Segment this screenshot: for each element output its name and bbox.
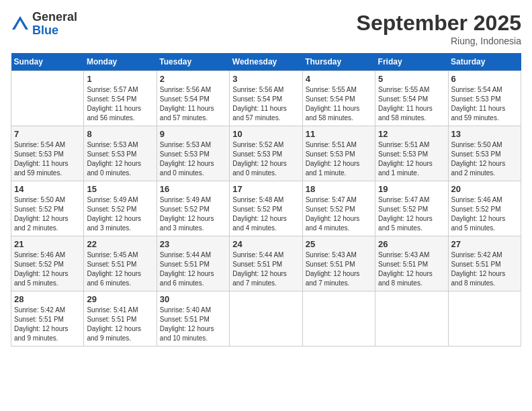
calendar-cell: 20Sunrise: 5:46 AMSunset: 5:52 PMDayligh… xyxy=(448,181,521,236)
calendar-cell: 2Sunrise: 5:56 AMSunset: 5:54 PMDaylight… xyxy=(157,71,229,126)
day-info: Sunrise: 5:46 AMSunset: 5:52 PMDaylight:… xyxy=(14,250,81,288)
day-info: Sunrise: 5:43 AMSunset: 5:51 PMDaylight:… xyxy=(378,250,445,288)
calendar-cell: 17Sunrise: 5:48 AMSunset: 5:52 PMDayligh… xyxy=(230,181,302,236)
day-info: Sunrise: 5:42 AMSunset: 5:51 PMDaylight:… xyxy=(451,250,518,288)
calendar-cell: 25Sunrise: 5:43 AMSunset: 5:51 PMDayligh… xyxy=(302,236,375,291)
day-info: Sunrise: 5:43 AMSunset: 5:51 PMDaylight:… xyxy=(306,250,372,288)
day-info: Sunrise: 5:50 AMSunset: 5:52 PMDaylight:… xyxy=(14,195,81,233)
calendar-cell: 13Sunrise: 5:50 AMSunset: 5:53 PMDayligh… xyxy=(448,126,521,181)
calendar-cell: 23Sunrise: 5:44 AMSunset: 5:51 PMDayligh… xyxy=(157,236,229,291)
calendar-cell: 27Sunrise: 5:42 AMSunset: 5:51 PMDayligh… xyxy=(448,236,521,291)
day-number: 21 xyxy=(14,239,81,249)
calendar-cell: 10Sunrise: 5:52 AMSunset: 5:53 PMDayligh… xyxy=(230,126,302,181)
calendar-cell: 30Sunrise: 5:40 AMSunset: 5:51 PMDayligh… xyxy=(157,291,229,347)
day-info: Sunrise: 5:54 AMSunset: 5:53 PMDaylight:… xyxy=(14,140,81,178)
day-info: Sunrise: 5:40 AMSunset: 5:51 PMDaylight:… xyxy=(160,306,226,343)
day-number: 1 xyxy=(87,74,153,84)
calendar-cell: 3Sunrise: 5:56 AMSunset: 5:54 PMDaylight… xyxy=(230,71,302,126)
day-number: 13 xyxy=(451,129,518,139)
day-number: 3 xyxy=(232,74,299,84)
day-number: 10 xyxy=(232,129,299,139)
day-info: Sunrise: 5:55 AMSunset: 5:54 PMDaylight:… xyxy=(378,85,445,123)
logo-blue: Blue xyxy=(32,24,77,38)
day-number: 11 xyxy=(306,129,372,139)
day-info: Sunrise: 5:46 AMSunset: 5:52 PMDaylight:… xyxy=(451,195,518,233)
calendar-cell xyxy=(11,71,84,126)
day-info: Sunrise: 5:49 AMSunset: 5:52 PMDaylight:… xyxy=(87,195,153,233)
page-header: General Blue September 2025 Riung, Indon… xyxy=(11,11,521,46)
day-info: Sunrise: 5:49 AMSunset: 5:52 PMDaylight:… xyxy=(160,195,226,233)
title-area: September 2025 Riung, Indonesia xyxy=(357,11,521,46)
day-number: 30 xyxy=(160,294,226,304)
calendar-cell: 7Sunrise: 5:54 AMSunset: 5:53 PMDaylight… xyxy=(11,126,84,181)
calendar-body: 1Sunrise: 5:57 AMSunset: 5:54 PMDaylight… xyxy=(11,71,521,347)
day-info: Sunrise: 5:56 AMSunset: 5:54 PMDaylight:… xyxy=(232,85,299,123)
month-title: September 2025 xyxy=(357,11,521,36)
calendar-cell xyxy=(375,291,448,347)
calendar-cell: 21Sunrise: 5:46 AMSunset: 5:52 PMDayligh… xyxy=(11,236,84,291)
week-row-1: 1Sunrise: 5:57 AMSunset: 5:54 PMDaylight… xyxy=(11,71,521,126)
day-info: Sunrise: 5:53 AMSunset: 5:53 PMDaylight:… xyxy=(87,140,153,178)
day-number: 6 xyxy=(451,74,518,84)
calendar-cell: 14Sunrise: 5:50 AMSunset: 5:52 PMDayligh… xyxy=(11,181,84,236)
week-row-4: 21Sunrise: 5:46 AMSunset: 5:52 PMDayligh… xyxy=(11,236,521,291)
calendar-cell xyxy=(302,291,375,347)
calendar-cell: 15Sunrise: 5:49 AMSunset: 5:52 PMDayligh… xyxy=(84,181,157,236)
day-number: 9 xyxy=(160,129,226,139)
calendar-cell: 24Sunrise: 5:44 AMSunset: 5:51 PMDayligh… xyxy=(230,236,302,291)
day-number: 18 xyxy=(306,184,372,194)
day-info: Sunrise: 5:47 AMSunset: 5:52 PMDaylight:… xyxy=(378,195,445,233)
calendar-cell: 5Sunrise: 5:55 AMSunset: 5:54 PMDaylight… xyxy=(375,71,448,126)
calendar-cell: 9Sunrise: 5:53 AMSunset: 5:53 PMDaylight… xyxy=(157,126,229,181)
weekday-header-thursday: Thursday xyxy=(302,53,375,71)
weekday-header-monday: Monday xyxy=(84,53,157,71)
calendar-cell xyxy=(230,291,302,347)
logo: General Blue xyxy=(11,11,77,38)
day-number: 28 xyxy=(14,294,81,304)
week-row-5: 28Sunrise: 5:42 AMSunset: 5:51 PMDayligh… xyxy=(11,291,521,347)
day-number: 17 xyxy=(232,184,299,194)
weekday-header-friday: Friday xyxy=(375,53,448,71)
weekday-header-tuesday: Tuesday xyxy=(157,53,229,71)
day-number: 29 xyxy=(87,294,153,304)
weekday-header-wednesday: Wednesday xyxy=(230,53,302,71)
calendar-cell: 26Sunrise: 5:43 AMSunset: 5:51 PMDayligh… xyxy=(375,236,448,291)
weekday-row: SundayMondayTuesdayWednesdayThursdayFrid… xyxy=(11,53,521,71)
day-info: Sunrise: 5:44 AMSunset: 5:51 PMDaylight:… xyxy=(232,250,299,288)
day-number: 8 xyxy=(87,129,153,139)
day-info: Sunrise: 5:57 AMSunset: 5:54 PMDaylight:… xyxy=(87,85,153,123)
day-number: 25 xyxy=(306,239,372,249)
calendar-cell: 8Sunrise: 5:53 AMSunset: 5:53 PMDaylight… xyxy=(84,126,157,181)
weekday-header-sunday: Sunday xyxy=(11,53,84,71)
logo-text: General Blue xyxy=(32,11,77,38)
day-info: Sunrise: 5:41 AMSunset: 5:51 PMDaylight:… xyxy=(87,306,153,343)
day-number: 14 xyxy=(14,184,81,194)
day-number: 12 xyxy=(378,129,445,139)
calendar-table: SundayMondayTuesdayWednesdayThursdayFrid… xyxy=(11,53,521,347)
calendar-cell: 22Sunrise: 5:45 AMSunset: 5:51 PMDayligh… xyxy=(84,236,157,291)
day-info: Sunrise: 5:42 AMSunset: 5:51 PMDaylight:… xyxy=(14,306,81,343)
day-info: Sunrise: 5:53 AMSunset: 5:53 PMDaylight:… xyxy=(160,140,226,178)
day-number: 22 xyxy=(87,239,153,249)
day-number: 7 xyxy=(14,129,81,139)
day-number: 23 xyxy=(160,239,226,249)
day-info: Sunrise: 5:51 AMSunset: 5:53 PMDaylight:… xyxy=(378,140,445,178)
location: Riung, Indonesia xyxy=(357,36,521,46)
day-info: Sunrise: 5:52 AMSunset: 5:53 PMDaylight:… xyxy=(232,140,299,178)
calendar-cell: 28Sunrise: 5:42 AMSunset: 5:51 PMDayligh… xyxy=(11,291,84,347)
week-row-3: 14Sunrise: 5:50 AMSunset: 5:52 PMDayligh… xyxy=(11,181,521,236)
calendar-cell: 16Sunrise: 5:49 AMSunset: 5:52 PMDayligh… xyxy=(157,181,229,236)
calendar-cell: 6Sunrise: 5:54 AMSunset: 5:53 PMDaylight… xyxy=(448,71,521,126)
calendar-header: SundayMondayTuesdayWednesdayThursdayFrid… xyxy=(11,53,521,71)
day-info: Sunrise: 5:55 AMSunset: 5:54 PMDaylight:… xyxy=(306,85,372,123)
day-number: 5 xyxy=(378,74,445,84)
calendar-cell: 12Sunrise: 5:51 AMSunset: 5:53 PMDayligh… xyxy=(375,126,448,181)
calendar-cell: 29Sunrise: 5:41 AMSunset: 5:51 PMDayligh… xyxy=(84,291,157,347)
logo-icon xyxy=(11,15,30,34)
day-number: 26 xyxy=(378,239,445,249)
calendar-cell: 18Sunrise: 5:47 AMSunset: 5:52 PMDayligh… xyxy=(302,181,375,236)
calendar-cell: 11Sunrise: 5:51 AMSunset: 5:53 PMDayligh… xyxy=(302,126,375,181)
day-number: 16 xyxy=(160,184,226,194)
weekday-header-saturday: Saturday xyxy=(448,53,521,71)
day-number: 27 xyxy=(451,239,518,249)
